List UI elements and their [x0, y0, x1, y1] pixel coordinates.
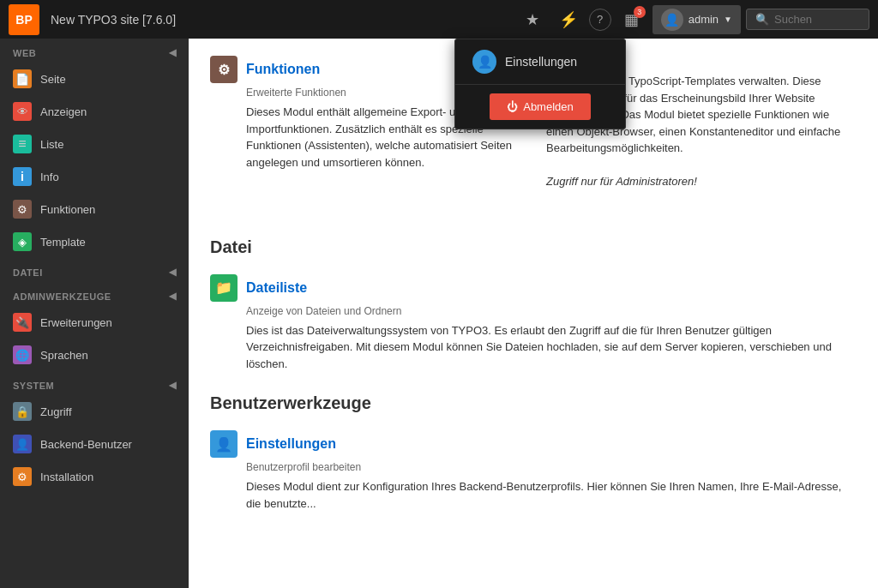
dateiliste-subtitle: Anzeige von Dateien und Ordnern: [246, 305, 857, 317]
user-menu[interactable]: 👤 admin ▼: [652, 5, 741, 34]
seite-icon: 📄: [13, 69, 32, 88]
benutzerwerkzeuge-section-header: Benutzerwerkzeuge: [210, 393, 857, 413]
admin-note: Zugriff nur für Administratoren!: [546, 175, 697, 188]
system-arrow-icon: ◀: [169, 380, 177, 391]
logout-section: ⏻ Abmelden: [455, 85, 625, 129]
zugriff-icon: 🔒: [13, 402, 32, 421]
sidebar-item-funktionen[interactable]: ⚙ Funktionen: [0, 193, 189, 225]
settings-label: Einstellungen: [505, 55, 577, 69]
sidebar: WEB ◀ 📄 Seite 👁 Anzeigen ≡ Liste i Info …: [0, 39, 189, 588]
bookmark-icon[interactable]: ★: [517, 4, 548, 35]
avatar: 👤: [661, 9, 683, 31]
help-icon[interactable]: ?: [589, 9, 611, 31]
zugriff-label: Zugriff: [40, 405, 72, 418]
installation-icon: ⚙: [13, 467, 32, 486]
topbar: BP New TYPO3 site [7.6.0] ★ ⚡ ? ▦ 3 👤 ad…: [0, 0, 878, 39]
app-title: New TYPO3 site [7.6.0]: [51, 13, 510, 27]
anzeigen-icon: 👁: [13, 102, 32, 121]
sidebar-item-zugriff[interactable]: 🔒 Zugriff: [0, 395, 189, 428]
sidebar-item-backend-benutzer[interactable]: 👤 Backend-Benutzer: [0, 428, 189, 460]
anzeigen-label: Anzeigen: [40, 105, 87, 118]
sidebar-item-installation[interactable]: ⚙ Installation: [0, 460, 189, 493]
liste-icon: ≡: [13, 135, 32, 153]
search-icon: 🔍: [755, 13, 769, 26]
sidebar-section-system[interactable]: SYSTEM ◀: [0, 371, 189, 395]
erweiterungen-icon: 🔌: [13, 313, 32, 332]
main-layout: WEB ◀ 📄 Seite 👁 Anzeigen ≡ Liste i Info …: [0, 39, 878, 588]
einstellungen-title-link[interactable]: 👤 Einstellungen: [210, 430, 857, 458]
sidebar-item-seite[interactable]: 📄 Seite: [0, 63, 189, 95]
sidebar-section-adminwerkzeuge[interactable]: ADMINWERKZEUGE ◀: [0, 282, 189, 306]
backend-benutzer-label: Backend-Benutzer: [40, 438, 132, 451]
sidebar-item-erweiterungen[interactable]: 🔌 Erweiterungen: [0, 306, 189, 339]
web-arrow-icon: ◀: [169, 47, 177, 58]
sidebar-item-info[interactable]: i Info: [0, 160, 189, 193]
logout-label: Abmelden: [523, 100, 574, 113]
funktionen-label: Funktionen: [40, 203, 95, 216]
funktionen-module-icon: ⚙: [210, 56, 238, 83]
search-input[interactable]: [774, 13, 860, 26]
backend-benutzer-icon: 👤: [13, 435, 32, 453]
sprachen-label: Sprachen: [40, 349, 88, 362]
dateiliste-title-link[interactable]: 📁 Dateiliste: [210, 274, 857, 302]
sidebar-item-liste[interactable]: ≡ Liste: [0, 128, 189, 160]
user-dropdown: 👤 Einstellungen ⏻ Abmelden: [454, 39, 626, 129]
datei-section-header: Datei: [210, 237, 857, 257]
installation-label: Installation: [40, 471, 93, 483]
sidebar-section-datei[interactable]: DATEI ◀: [0, 258, 189, 282]
app-logo: BP: [9, 4, 39, 35]
grid-icon[interactable]: ▦ 3: [616, 4, 647, 35]
dateiliste-description: Dies ist das Dateiverwaltungssystem von …: [246, 322, 857, 373]
logout-icon: ⏻: [507, 100, 518, 113]
info-label: Info: [40, 171, 59, 183]
web-section-label: WEB: [13, 48, 36, 58]
info-icon: i: [13, 167, 32, 186]
funktionen-title-text: Funktionen: [246, 62, 320, 77]
einstellungen-entry: 👤 Einstellungen Benutzerprofil bearbeite…: [210, 430, 857, 512]
adminwerkzeuge-section-label: ADMINWERKZEUGE: [13, 291, 111, 302]
username-label: admin: [689, 13, 719, 26]
system-section-label: SYSTEM: [13, 381, 54, 391]
sprachen-icon: 🌐: [13, 345, 32, 364]
funktionen-icon: ⚙: [13, 200, 32, 219]
lightning-icon[interactable]: ⚡: [553, 4, 584, 35]
adminwerkzeuge-arrow-icon: ◀: [169, 291, 177, 302]
template-icon: ◈: [13, 232, 32, 251]
einstellungen-description: Dieses Modul dient zur Konfiguration Ihr…: [246, 478, 857, 512]
logout-button[interactable]: ⏻ Abmelden: [490, 93, 591, 120]
erweiterungen-label: Erweiterungen: [40, 316, 112, 329]
dateiliste-icon: 📁: [210, 274, 238, 302]
sidebar-item-sprachen[interactable]: 🌐 Sprachen: [0, 339, 189, 371]
einstellungen-title-text: Einstellungen: [246, 436, 336, 452]
settings-menu-item[interactable]: 👤 Einstellungen: [455, 39, 625, 84]
einstellungen-icon: 👤: [210, 430, 238, 458]
dateiliste-title-text: Dateiliste: [246, 280, 307, 296]
einstellungen-subtitle: Benutzerprofil bearbeiten: [246, 461, 857, 473]
settings-user-icon: 👤: [472, 50, 496, 74]
dateiliste-entry: 📁 Dateiliste Anzeige von Dateien und Ord…: [210, 274, 857, 373]
template-label: Template: [40, 236, 86, 249]
datei-arrow-icon: ◀: [169, 267, 177, 278]
sidebar-item-template[interactable]: ◈ Template: [0, 225, 189, 258]
dropdown-arrow-icon: ▼: [724, 15, 732, 24]
notification-badge: 3: [634, 6, 646, 18]
topbar-icons: ★ ⚡ ? ▦ 3 👤 admin ▼ 🔍: [517, 4, 869, 35]
datei-section-label: DATEI: [13, 267, 43, 278]
search-box[interactable]: 🔍: [746, 9, 869, 30]
sidebar-section-web[interactable]: WEB ◀: [0, 39, 189, 63]
seite-label: Seite: [40, 73, 66, 86]
sidebar-item-anzeigen[interactable]: 👁 Anzeigen: [0, 95, 189, 128]
liste-label: Liste: [40, 138, 63, 151]
